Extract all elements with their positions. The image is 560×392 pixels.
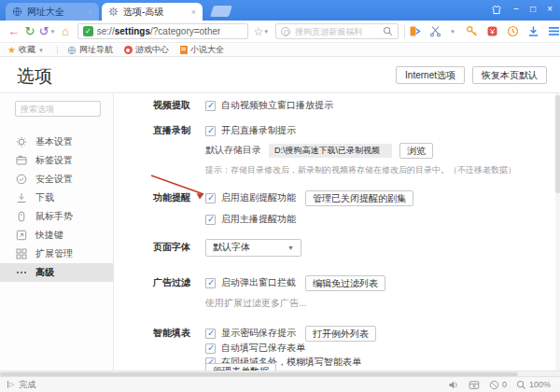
block-shield-icon (489, 380, 499, 390)
sidebar-item-tabs[interactable]: 标签设置 (0, 151, 113, 170)
download-icon[interactable] (527, 25, 539, 37)
favorites-caret-icon: ▼ (38, 48, 44, 53)
tab-home[interactable]: 网址大全 × (6, 3, 99, 21)
gear-icon (16, 136, 27, 147)
zoom-control[interactable]: 100% (516, 380, 551, 390)
settings-panel: 视频提取 自动视频独立窗口播放提示 直播录制 开启直播录制提示 默认存储目录 浏… (114, 93, 560, 371)
sidebar-item-extensions[interactable]: 扩展管理 (0, 245, 113, 263)
bookmark-item-nav[interactable]: 网址导航 (67, 44, 113, 56)
search-icon[interactable] (383, 26, 393, 36)
section-label: 广告过滤 (153, 276, 205, 289)
vertical-scrollbar[interactable] (555, 93, 560, 371)
browse-button[interactable]: 浏览 (399, 143, 433, 159)
font-select[interactable]: 默认字体 ▼ (205, 239, 301, 257)
promotion-icon[interactable] (486, 25, 498, 37)
checkbox-drama-remind[interactable] (205, 193, 216, 203)
search-input[interactable] (295, 27, 378, 36)
screenshot-scissors-icon[interactable] (429, 25, 441, 37)
checkbox-auto-video-popup[interactable] (205, 101, 216, 111)
download-arrow-icon (16, 192, 27, 203)
shield-check-icon (16, 174, 27, 185)
restore-defaults-button[interactable]: 恢复本页默认 (472, 66, 547, 84)
checkbox-password-save-tip[interactable] (205, 329, 216, 339)
sidebar-item-mouse-gesture[interactable]: 鼠标手势 (0, 207, 113, 226)
bookmark-star-icon[interactable]: ☆ (253, 25, 263, 38)
zoom-level: 100% (529, 380, 551, 389)
edit-filter-whitelist-button[interactable]: 编辑免过滤列表 (305, 275, 385, 291)
checkbox-autofill-forms[interactable] (205, 343, 216, 354)
setting-row-ad-filter: 广告过滤 启动弹出窗口拦截 编辑免过滤列表 (153, 274, 553, 291)
speaker-icon[interactable] (448, 380, 459, 390)
globe-icon (67, 46, 77, 55)
bookmark-dropdown-caret[interactable]: ▼ (263, 29, 269, 35)
menu-icon[interactable] (548, 26, 560, 36)
checkbox-anchor-remind[interactable] (205, 215, 216, 225)
section-label: 页面字体 (153, 241, 205, 254)
settings-search-input[interactable] (15, 101, 101, 117)
favorites-menu[interactable]: ★ 收藏 ▼ (7, 44, 46, 56)
search-engine-icon (281, 27, 290, 36)
internet-options-button[interactable]: Internet选项 (396, 66, 465, 84)
navigation-toolbar: ← ↻ ↺ ▼ ⌂ ✓ se://settings/?category=othe… (0, 21, 560, 43)
history-button[interactable]: ↺ (38, 21, 50, 42)
address-bar[interactable]: ✓ se://settings/?category=other (77, 23, 249, 39)
new-tab-button[interactable] (210, 6, 232, 17)
settings-sidebar: 基本设置 标签设置 安全设置 (0, 93, 114, 371)
login-panel-icon[interactable] (409, 25, 421, 37)
clock-icon[interactable] (507, 25, 519, 37)
minimize-button[interactable]: − (513, 4, 519, 15)
section-label: 功能提醒 (153, 191, 205, 204)
tab-label: 选项-高级 (123, 6, 187, 19)
checkbox-popup-block[interactable] (205, 278, 216, 288)
vertical-scrollbar-thumb[interactable] (555, 95, 560, 193)
manage-form-data-button[interactable]: 管理表单数据 (205, 363, 276, 371)
section-label: 智能填表 (153, 327, 205, 340)
zoom-magnifier-icon (516, 380, 526, 390)
home-button[interactable]: ⌂ (57, 21, 73, 42)
settings-header: 选项 Internet选项 恢复本页默认 (0, 58, 560, 93)
refresh-button[interactable]: ↻ (21, 21, 37, 42)
more-ad-filter-link[interactable]: 使用扩展过滤更多广告... (205, 297, 306, 310)
bookmarks-bar: ★ 收藏 ▼ 网址导航 游戏中心 小说大全 (0, 44, 560, 57)
screenshot-dropdown-caret[interactable]: ▼ (450, 29, 455, 35)
tab-settings[interactable]: 选项-高级 × (102, 3, 203, 21)
sidebar-item-download[interactable]: 下载 (0, 189, 113, 207)
game-center-icon (124, 46, 133, 54)
storage-dir-hint: 提示：存储目录修改后，新录制的视频将存储在修改后的目录中。（不迁移老数据） (205, 161, 553, 178)
checkbox-live-record-tip[interactable] (205, 126, 216, 136)
status-text: 完成 (19, 379, 35, 391)
skin-icon[interactable] (491, 5, 502, 15)
history-dropdown-caret[interactable]: ▼ (49, 29, 55, 35)
bookmark-item-games[interactable]: 游戏中心 (124, 44, 169, 56)
sidebar-item-shortcuts[interactable]: 快捷键 (0, 226, 113, 245)
mouse-icon (16, 211, 27, 222)
ad-block-counter[interactable]: 0 (489, 380, 507, 390)
manage-closed-reminds-button[interactable]: 管理已关闭提醒的剧集 (305, 190, 413, 206)
setting-row-page-font: 页面字体 默认字体 ▼ (153, 239, 553, 256)
chevron-down-icon: ▼ (287, 245, 294, 251)
storage-dir-input[interactable] (269, 144, 392, 158)
section-label: 视频提取 (153, 99, 205, 112)
search-box[interactable] (275, 23, 399, 39)
close-button[interactable]: × (547, 4, 553, 15)
setting-row-manage-form-data: 管理表单数据 (205, 362, 553, 371)
tab-label: 网址大全 (27, 6, 83, 19)
novel-book-icon (180, 46, 188, 54)
ellipsis-icon (16, 267, 27, 278)
browser-window: 网址大全 × 选项-高级 × − □ × ← (0, 0, 560, 392)
tab-bar: 网址大全 × 选项-高级 × − □ × (0, 0, 560, 21)
sidebar-item-security[interactable]: 安全设置 (0, 170, 113, 189)
bookmark-item-novels[interactable]: 小说大全 (180, 44, 224, 56)
secure-shield-icon[interactable]: ✓ (83, 26, 93, 36)
maximize-button[interactable]: □ (530, 4, 536, 15)
security-box-icon[interactable] (469, 380, 480, 390)
open-exception-list-button[interactable]: 打开例外列表 (305, 326, 376, 342)
sidebar-item-advanced[interactable]: 高级 (0, 263, 113, 282)
tab-close-icon[interactable]: × (191, 7, 196, 17)
tab-close-icon[interactable]: × (88, 7, 92, 17)
ad-filter-more: 使用扩展过滤更多广告... (205, 295, 553, 312)
sidebar-expand-icon[interactable]: ▷ (7, 381, 14, 388)
back-button[interactable]: ← (6, 21, 21, 42)
sidebar-item-basic[interactable]: 基本设置 (0, 133, 113, 151)
key-icon[interactable] (466, 25, 478, 37)
